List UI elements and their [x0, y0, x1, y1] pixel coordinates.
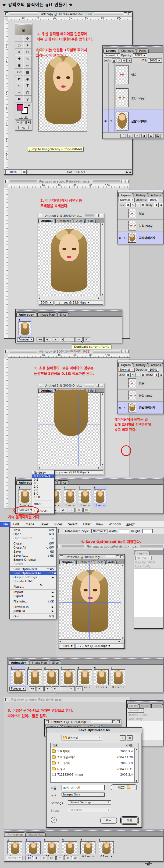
animation-tab[interactable]: Slice	[50, 660, 61, 664]
eye-icon[interactable]: ◉	[118, 402, 122, 413]
anim-control-button[interactable]: ▶▏	[60, 508, 67, 513]
animation-tab[interactable]: Image Map	[26, 832, 46, 836]
anim-control-button[interactable]: ▶▏	[52, 686, 59, 691]
layer-row[interactable]: 입술	[118, 208, 163, 220]
layer-name[interactable]: 입술	[137, 381, 145, 385]
blend-mode-popup[interactable]: Normal⇕	[104, 53, 120, 57]
anim-control-button[interactable]: ◀▏	[44, 337, 51, 342]
adobe-online-button[interactable]: ◉	[15, 25, 32, 35]
layer-row[interactable]: ◉ ✎ 금발머리여자	[103, 110, 163, 133]
menu-bar-item[interactable]: View	[93, 522, 106, 527]
anim-control-button[interactable]: ◀▏	[33, 856, 40, 860]
layer-edit-icon[interactable]	[122, 390, 127, 401]
anim-control-button[interactable]: ⁘	[60, 686, 67, 691]
animation-frame[interactable]: 6 1 sec. ▾	[93, 486, 107, 507]
anim-control-button[interactable]: ◀◀	[37, 337, 44, 342]
quick-mask-button[interactable]: ◉	[24, 115, 28, 119]
file-row[interactable]: 2.프라첼로버즈 2004.11.20	[50, 754, 138, 760]
file-menu-item[interactable]: Open...⌘O	[10, 532, 56, 536]
file-menu-item[interactable]: Quit⌘Q	[10, 614, 56, 618]
eye-icon[interactable]: ◉	[118, 232, 122, 244]
lock-icon[interactable]: ▦	[126, 203, 131, 207]
document-view-tab[interactable]: Original	[38, 219, 55, 223]
vertical-scrollbar[interactable]: ▲▼	[100, 223, 104, 296]
anim-control-button[interactable]: ⁘	[56, 856, 64, 860]
palette-tab[interactable]: Paths	[136, 49, 149, 53]
tool-button[interactable]: ✽	[15, 96, 24, 102]
delay-menu-item[interactable]: 0.5	[32, 482, 54, 485]
computer-shortcut-button[interactable]: ⌂	[120, 735, 126, 741]
layer-name[interactable]: 입술	[130, 72, 136, 77]
file-menu-item[interactable]: Close All⌥⌘W	[10, 546, 56, 550]
file-menu-item[interactable]: Save Optimized⌥⌘S	[10, 567, 56, 571]
standard-mode-button[interactable]: ◯	[19, 115, 23, 119]
file-menu-item[interactable]: Open Recent▶	[10, 536, 56, 540]
anim-control-button[interactable]: ◀◀	[29, 686, 36, 691]
animation-tab[interactable]: Image Map	[30, 660, 49, 664]
close-box[interactable]	[5, 12, 8, 16]
checkbox[interactable]	[58, 529, 63, 533]
layer-name[interactable]: 눈섭 copy	[137, 223, 153, 228]
loop-popup[interactable]: Forever▼	[6, 856, 22, 860]
animation-frame[interactable]: 1 1 sec. ▾	[18, 318, 32, 340]
menu-bar-item[interactable]: 도움말	[123, 521, 137, 527]
file-menu-item[interactable]: Revert	[10, 562, 56, 566]
palette-tab[interactable]: History	[139, 704, 151, 708]
layer-name[interactable]: 눈섭 copy	[130, 96, 145, 100]
zoom-popup[interactable]: 300%▼	[39, 301, 53, 305]
layer-row[interactable]: 눈섭 copy	[118, 220, 163, 232]
eye-icon[interactable]	[118, 390, 122, 401]
file-row[interactable]: 3.그리거자 2005.1.9	[50, 760, 138, 766]
help-button[interactable]: ?	[51, 817, 57, 823]
anim-control-button[interactable]: ⊞	[68, 686, 75, 691]
document-view-tab[interactable]: 4-Up	[106, 560, 117, 564]
tool-button[interactable]: ✛	[24, 35, 32, 42]
layer-name[interactable]: 금발머리여자	[130, 119, 148, 123]
menu-bar-item[interactable]: Image	[22, 522, 37, 527]
lock-icon[interactable]: ✛	[122, 59, 127, 63]
anim-control-button[interactable]: ▶	[52, 337, 59, 342]
file-menu-item[interactable]: Update HTML...	[10, 579, 56, 583]
lock-icon[interactable]: ✛	[136, 203, 140, 207]
file-list-header[interactable]: 이름수정일	[50, 743, 138, 748]
eye-icon[interactable]	[118, 220, 122, 231]
delay-menu-item[interactable]: 2.0	[32, 489, 54, 492]
animation-tab[interactable]: Slice	[57, 312, 69, 316]
anim-control-button[interactable]: ▶▏	[49, 856, 56, 860]
layer-edit-icon[interactable]	[109, 63, 115, 86]
foreground-color-swatch[interactable]	[17, 104, 24, 111]
eye-icon[interactable]	[118, 377, 122, 389]
lock-icon[interactable]: ✎	[117, 59, 122, 63]
tool-button[interactable]: ✑	[15, 89, 24, 96]
file-menu-item[interactable]: Save As...⇧⌘S	[10, 554, 56, 558]
file-row[interactable]: 1.묘자퇴사 2003.9.4	[50, 748, 138, 754]
palette-tab[interactable]: Actions	[149, 363, 163, 367]
layer-thumbnail[interactable]	[128, 233, 136, 243]
frame-delay[interactable]: 1 sec. ▾	[95, 504, 105, 507]
menu-bar-item[interactable]: Filter	[80, 522, 93, 527]
menu-bar-item[interactable]: Select	[65, 522, 80, 527]
anim-control-button[interactable]: ⌦	[83, 337, 90, 342]
layer-edit-icon[interactable]: ✎	[122, 232, 127, 244]
cancel-button[interactable]: 취소	[100, 817, 117, 824]
document-view-tab[interactable]: Original	[38, 389, 55, 393]
tool-button[interactable]: ☛	[15, 75, 24, 82]
lock-icon[interactable]: ⊠	[140, 203, 145, 207]
loop-popup[interactable]: Forever▼	[9, 687, 26, 691]
file-menu-item[interactable]: Preview In▶	[10, 605, 56, 609]
layer-edit-icon[interactable]: ✎	[109, 110, 115, 132]
animation-tab[interactable]: Animation	[5, 832, 26, 836]
tool-button[interactable]: ✚	[15, 55, 24, 62]
file-menu-item[interactable]: Jump To▶	[10, 609, 56, 613]
delay-menu-item[interactable]	[32, 499, 54, 502]
palette-tab[interactable]: History	[134, 363, 148, 367]
anim-control-button[interactable]: ◀▏	[37, 686, 44, 691]
layer-row[interactable]: 입술	[103, 63, 163, 86]
palette-tab[interactable]: Layers	[118, 193, 133, 197]
file-menu-item[interactable]: Close⌘W	[10, 541, 56, 546]
tool-button[interactable]: ◉	[24, 75, 32, 82]
tool-button[interactable]: ✄	[24, 49, 32, 55]
tool-button[interactable]: ↖	[15, 82, 24, 89]
list-scrollbar[interactable]: ▲▼	[134, 748, 138, 782]
layer-edit-icon[interactable]: ✎	[122, 402, 127, 413]
